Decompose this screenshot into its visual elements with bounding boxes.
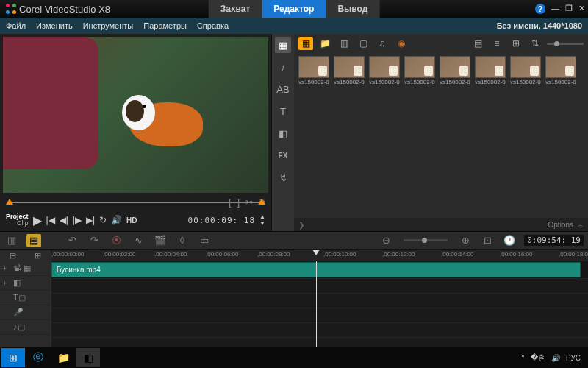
app-logo: Corel VideoStudio X8	[0, 4, 116, 15]
taskbar-ie-icon[interactable]: ⓔ	[26, 348, 50, 367]
thumbnail-size-slider[interactable]	[547, 43, 584, 45]
track-manager-icon[interactable]: ▭	[197, 234, 212, 247]
prev-frame-button[interactable]: ◀|	[60, 215, 68, 225]
timeline-tracks-area[interactable]: Бусинка.mp4	[51, 261, 588, 348]
preview-scrubber[interactable]	[6, 196, 265, 209]
help-icon[interactable]: ?	[535, 4, 545, 14]
tab-output[interactable]: Вывод	[326, 0, 379, 18]
redo-button[interactable]: ↷	[87, 234, 101, 247]
voice-track[interactable]	[51, 308, 588, 323]
tab-editor[interactable]: Редактор	[262, 0, 326, 18]
menu-edit[interactable]: Изменить	[36, 21, 73, 30]
library-clip[interactable]: vs150802-0...	[545, 56, 576, 85]
preview-viewport[interactable]	[3, 37, 268, 193]
zoom-out-icon[interactable]: ⊖	[379, 234, 393, 247]
category-transition-icon[interactable]: AB	[275, 81, 291, 97]
library-thumbnails: vs150802-0... vs150802-0... vs150802-0..…	[294, 53, 588, 88]
tray-language[interactable]: РУС	[566, 354, 581, 362]
filter-audio-icon[interactable]: ♫	[375, 37, 390, 50]
tray-wifi-icon[interactable]: �き	[531, 353, 545, 363]
timeline-view-icon[interactable]: ▤	[26, 234, 41, 247]
timeline-ruler[interactable]: ,00:00:00:00,00:00:02:00,00:00:04:00,00:…	[51, 250, 588, 261]
tab-capture[interactable]: Захват	[209, 0, 262, 18]
title-track-header[interactable]: T▢	[0, 291, 51, 305]
fit-project-icon[interactable]: ⊡	[480, 234, 495, 247]
start-button[interactable]: ⊞	[1, 348, 25, 367]
menu-help[interactable]: Справка	[197, 21, 229, 30]
playhead-line[interactable]	[316, 261, 317, 348]
marker-icon[interactable]: ◊	[175, 234, 190, 247]
go-start-button[interactable]: |◀	[46, 215, 55, 225]
taskbar-explorer-icon[interactable]: 📁	[51, 348, 75, 367]
video-track[interactable]: Бусинка.mp4	[51, 261, 588, 279]
filter-free-icon[interactable]: ◉	[394, 37, 409, 50]
video-track-header[interactable]: +📽 ▦	[0, 261, 51, 276]
voice-track-header[interactable]: 🎤	[0, 305, 51, 320]
project-status: Без имени, 1440*1080	[497, 21, 582, 30]
storyboard-view-icon[interactable]: ▥	[4, 234, 19, 247]
menu-settings[interactable]: Параметры	[143, 21, 187, 30]
maximize-button[interactable]: ❐	[565, 4, 573, 14]
minimize-button[interactable]: ―	[551, 4, 559, 14]
preview-timecode[interactable]: 00:00:09: 18	[188, 216, 255, 225]
category-media-icon[interactable]: ▦	[275, 37, 291, 53]
hd-toggle[interactable]: HD	[126, 216, 137, 224]
category-graphic-icon[interactable]: ◧	[275, 125, 291, 141]
overlay-track-header[interactable]: +◧	[0, 276, 51, 291]
view-list-icon[interactable]: ≡	[490, 37, 504, 50]
close-button[interactable]: ✕	[578, 4, 585, 14]
library-clip[interactable]: vs150802-0...	[510, 56, 541, 85]
sort-icon[interactable]: ⇅	[528, 37, 542, 50]
next-frame-button[interactable]: |▶	[73, 215, 82, 225]
library-folder-button[interactable]: 📁	[318, 37, 332, 50]
volume-button[interactable]: 🔊	[111, 215, 122, 225]
zoom-slider[interactable]	[404, 239, 448, 241]
category-title-icon[interactable]: T	[275, 103, 291, 119]
library-clip[interactable]: vs150802-0...	[404, 56, 435, 85]
taskbar-app-icon[interactable]: ◧	[76, 348, 100, 367]
auto-music-icon[interactable]: 🎬	[153, 234, 168, 247]
record-button[interactable]: ⦿	[109, 234, 123, 247]
view-details-icon[interactable]: ⊞	[509, 37, 523, 50]
playback-mode[interactable]: Project Clip	[6, 213, 29, 227]
library-clip[interactable]: vs150802-0...	[475, 56, 506, 85]
undo-button[interactable]: ↶	[65, 234, 79, 247]
library-expand-icon[interactable]: ❯	[298, 221, 304, 229]
timecode-stepper-icon[interactable]: ▲▼	[259, 213, 265, 227]
music-track[interactable]	[51, 323, 588, 338]
filter-video-icon[interactable]: ▥	[337, 37, 351, 50]
tray-volume-icon[interactable]: 🔊	[551, 354, 560, 362]
playhead-marker[interactable]	[312, 250, 320, 255]
repeat-button[interactable]: ↻	[99, 215, 107, 225]
category-filter-icon[interactable]: FX	[275, 147, 291, 163]
filter-photo-icon[interactable]: ▢	[356, 37, 370, 50]
project-duration[interactable]: 0:09:54: 19	[524, 235, 584, 246]
library-clip[interactable]: vs150802-0...	[369, 56, 400, 85]
track-menu-icon[interactable]: ⊞	[35, 251, 41, 261]
trim-end-handle[interactable]	[258, 199, 265, 205]
menu-file[interactable]: Файл	[6, 21, 26, 30]
library-clip[interactable]: vs150802-0...	[440, 56, 470, 85]
library-clip[interactable]: vs150802-0...	[298, 56, 329, 85]
title-track[interactable]	[51, 294, 588, 308]
library-clip[interactable]: vs150802-0...	[334, 56, 365, 85]
zoom-in-icon[interactable]: ⊕	[458, 234, 473, 247]
view-thumbnails-icon[interactable]: ▤	[470, 37, 485, 50]
trim-start-handle[interactable]	[6, 199, 13, 205]
library-gallery-button[interactable]: ▦	[298, 37, 313, 50]
toggle-all-tracks-icon[interactable]: ⊟	[10, 251, 16, 261]
overlay-track[interactable]	[51, 279, 588, 294]
preview-content	[3, 37, 98, 169]
audio-mixer-icon[interactable]: ∿	[131, 234, 146, 247]
options-button[interactable]: Options	[548, 221, 573, 229]
music-track-header[interactable]: ♪▢	[0, 320, 51, 335]
category-sound-icon[interactable]: ♪	[275, 59, 291, 75]
system-tray: ˄ �き 🔊 РУС	[521, 353, 587, 363]
category-path-icon[interactable]: ↯	[275, 169, 291, 185]
go-end-button[interactable]: ▶|	[86, 215, 95, 225]
tray-up-icon[interactable]: ˄	[521, 354, 525, 362]
play-button[interactable]: ▶	[33, 213, 42, 227]
options-chevron-icon[interactable]: ︿	[578, 221, 584, 229]
menu-tools[interactable]: Инструменты	[83, 21, 134, 30]
library-category-sidebar: ▦ ♪ AB T ◧ FX ↯	[272, 34, 294, 231]
